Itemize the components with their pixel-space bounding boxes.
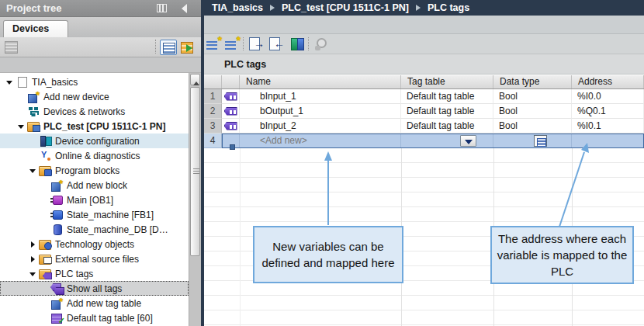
- table-row[interactable]: 2 bOutput_1 Default tag table Bool %Q0.1: [204, 104, 644, 119]
- row-number: 4: [204, 134, 222, 148]
- tree-item-state-machine-fb1[interactable]: State_machine [FB1]: [0, 207, 189, 222]
- breadcrumb-plc-tags[interactable]: PLC tags: [428, 2, 469, 13]
- tree-item-project[interactable]: TIA_basics: [0, 75, 189, 89]
- tree-scrollbar[interactable]: [189, 73, 201, 326]
- list-view-icon[interactable]: [160, 40, 177, 55]
- address-cell[interactable]: %I0.1: [572, 119, 644, 134]
- breadcrumb-project[interactable]: TIA_basics: [212, 2, 263, 13]
- add-new-cell[interactable]: <Add new>: [240, 134, 401, 148]
- tree-item-label: Add new tag table: [67, 298, 141, 309]
- toolbar-separator: [155, 40, 156, 54]
- tag-table-cell[interactable]: Default tag table: [401, 119, 493, 134]
- header-data-type[interactable]: Data type: [493, 75, 572, 88]
- expander-slot: [40, 283, 50, 294]
- collapse-panel-icon[interactable]: [182, 4, 187, 13]
- add-tag-icon[interactable]: [206, 36, 222, 52]
- expander-slot: [16, 106, 27, 117]
- tree-item-online-diagnostics[interactable]: Online & diagnostics: [0, 148, 189, 163]
- expander-icon[interactable]: [5, 77, 16, 88]
- tree-item-label: Default tag table [60]: [67, 313, 153, 324]
- section-title: PLC tags: [224, 59, 266, 70]
- tree-item-state-machine-db[interactable]: State_machine_DB [D…: [0, 222, 189, 237]
- project-tree-panel: Project tree Devices TIA_basics Add new …: [0, 0, 201, 326]
- breadcrumb: TIA_basics PLC_test [CPU 1511C-1 PN] PLC…: [204, 0, 644, 16]
- tree-item-main-ob1[interactable]: Main [OB1]: [0, 192, 189, 207]
- data-type-cell[interactable]: Bool: [493, 104, 572, 119]
- expander-slot: [40, 195, 50, 206]
- expander-icon[interactable]: [28, 239, 39, 250]
- tree-item-label: Show all tags: [67, 283, 122, 294]
- tree-item-label: Device configuration: [55, 136, 140, 147]
- tech-folder-icon: [39, 238, 52, 250]
- annotation-text: New variables can be defined and mapped …: [257, 238, 400, 271]
- tag-table-book-icon[interactable]: [289, 36, 306, 52]
- address-cell[interactable]: %I0.0: [572, 89, 644, 104]
- tree-item-add-new-device[interactable]: Add new device: [0, 89, 189, 104]
- tree-item-add-new-block[interactable]: Add new block: [0, 178, 189, 192]
- selection-handle[interactable]: [230, 144, 235, 150]
- tree-item-label: Devices & networks: [43, 106, 125, 117]
- tree-item-plc[interactable]: PLC_test [CPU 1511C-1 PN]: [0, 119, 189, 134]
- table-row[interactable]: 3 bInput_2 Default tag table Bool %I0.1: [204, 119, 644, 134]
- tag-table-cell[interactable]: [401, 134, 493, 148]
- tag-name-cell[interactable]: bOutput_1: [240, 104, 401, 119]
- scroll-up-icon[interactable]: [190, 74, 200, 85]
- data-type-cell[interactable]: Bool: [493, 89, 572, 104]
- tree-item-technology-objects[interactable]: Technology objects: [0, 237, 189, 251]
- data-type-cell[interactable]: [493, 134, 572, 148]
- tree-item-external-sources[interactable]: External source files: [0, 251, 189, 266]
- tag-table-dropdown-icon[interactable]: [460, 135, 476, 147]
- tag-table-cell[interactable]: Default tag table: [401, 104, 493, 119]
- header-name[interactable]: Name: [240, 75, 401, 88]
- expander-slot: [40, 313, 50, 324]
- tab-devices-label: Devices: [12, 23, 68, 34]
- scrollbar-thumb[interactable]: [190, 87, 200, 256]
- expander-icon[interactable]: [16, 121, 27, 132]
- monitor-icon: [313, 36, 330, 52]
- data-type-picker-icon[interactable]: [534, 135, 547, 147]
- tree-item-program-blocks[interactable]: Program blocks: [0, 163, 189, 178]
- tree-item-label: Online & diagnostics: [55, 151, 140, 161]
- tag-name-cell[interactable]: bInput_2: [240, 119, 401, 134]
- export-icon[interactable]: [248, 36, 264, 52]
- tag-name-cell[interactable]: bInput_1: [240, 89, 401, 104]
- header-address[interactable]: Address: [572, 75, 644, 88]
- tree-item-default-tag-table[interactable]: Default tag table [60]: [0, 310, 189, 325]
- tab-devices[interactable]: Devices: [3, 20, 68, 37]
- add-new-tag-table-icon: [50, 297, 64, 309]
- tree-item-show-all-tags[interactable]: Show all tags: [0, 281, 189, 296]
- project-tree-header: Project tree: [0, 0, 201, 17]
- tag-icon-cell: [222, 119, 240, 134]
- breadcrumb-separator-icon: [416, 5, 421, 11]
- blocks-folder-icon: [39, 165, 52, 176]
- tree-item-label: State_machine_DB [D…: [67, 224, 168, 235]
- details-view-icon[interactable]: [3, 40, 19, 54]
- expander-icon[interactable]: [28, 254, 39, 265]
- tree-item-label: Add new device: [43, 92, 109, 102]
- open-editor-icon[interactable]: [180, 40, 196, 54]
- tree-item-label: Add new block: [67, 180, 127, 191]
- import-icon[interactable]: [268, 36, 284, 52]
- address-cell[interactable]: %Q0.1: [572, 104, 644, 119]
- address-cell[interactable]: [572, 134, 644, 148]
- toolbar-separator: [243, 37, 244, 50]
- columns-icon[interactable]: [157, 4, 167, 12]
- sources-folder-icon: [39, 253, 52, 265]
- tree-item-add-new-tag-table[interactable]: Add new tag table: [0, 296, 189, 310]
- add-new-row[interactable]: 4 <Add new>: [204, 134, 644, 148]
- tree-item-plc-tags[interactable]: PLC tags: [0, 266, 189, 281]
- header-tag-table[interactable]: Tag table: [401, 75, 493, 88]
- expander-icon[interactable]: [28, 165, 39, 176]
- data-type-cell[interactable]: Bool: [493, 119, 572, 134]
- network-icon: [27, 106, 40, 117]
- expander-icon[interactable]: [28, 269, 39, 279]
- tags-folder-icon: [39, 268, 52, 279]
- tree-item-devices-networks[interactable]: Devices & networks: [0, 104, 189, 119]
- breadcrumb-plc[interactable]: PLC_test [CPU 1511C-1 PN]: [282, 2, 409, 13]
- add-tag-row-icon[interactable]: [224, 36, 241, 52]
- table-row[interactable]: 1 bInput_1 Default tag table Bool %I0.0: [204, 89, 644, 104]
- annotation-box-new-variables: New variables can be defined and mapped …: [253, 226, 403, 283]
- fb-block-icon: [50, 209, 64, 220]
- tree-item-device-configuration[interactable]: Device configuration: [0, 134, 189, 148]
- tag-table-cell[interactable]: Default tag table: [401, 89, 493, 104]
